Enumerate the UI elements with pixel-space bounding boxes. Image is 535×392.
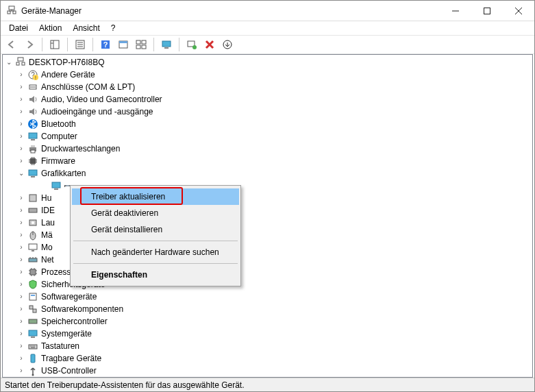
mouse-icon: [27, 230, 38, 241]
toolbar-divider: [67, 38, 68, 51]
tree-cat-grafikkarten[interactable]: ⌄ Grafikkarten: [3, 167, 532, 180]
svg-rect-11: [142, 40, 146, 44]
chevron-right-icon[interactable]: ›: [16, 317, 26, 326]
scan-hardware-button[interactable]: [184, 36, 200, 53]
close-button[interactable]: [503, 1, 534, 21]
help-button[interactable]: ?: [97, 36, 114, 53]
chevron-right-icon[interactable]: ›: [16, 255, 26, 265]
chevron-right-icon[interactable]: ›: [16, 329, 26, 339]
svg-rect-44: [32, 250, 34, 252]
chevron-right-icon[interactable]: ›: [16, 107, 26, 117]
ctx-nach-hardware-suchen[interactable]: Nach geänderter Hardware suchen: [72, 244, 239, 260]
chevron-right-icon[interactable]: ›: [16, 95, 26, 104]
chevron-right-icon[interactable]: ›: [16, 267, 26, 277]
cpu-icon: [27, 267, 38, 278]
app-icon: [6, 5, 17, 16]
tree-cat-audio-io[interactable]: › Audioeingänge und -ausgänge: [3, 106, 532, 118]
chevron-right-icon[interactable]: ›: [16, 243, 26, 252]
root-label: DESKTOP-H76I8BQ: [29, 56, 104, 69]
tree-cat-andere-geraete[interactable]: › ?! Andere Geräte: [3, 69, 532, 81]
tree-cat-bluetooth[interactable]: › Bluetooth: [3, 118, 532, 130]
tree-root[interactable]: ⌄ DESKTOP-H76I8BQ: [3, 56, 532, 69]
chevron-right-icon[interactable]: ›: [16, 119, 26, 129]
back-button[interactable]: [3, 36, 20, 53]
chevron-right-icon[interactable]: ›: [16, 218, 26, 228]
ctx-eigenschaften[interactable]: Eigenschaften: [72, 267, 239, 283]
context-menu: Treiber aktualisieren Gerät deaktivieren…: [70, 185, 241, 286]
chevron-right-icon[interactable]: ›: [16, 230, 26, 240]
ctx-item-label: Gerät deinstallieren: [91, 225, 162, 234]
menu-datei[interactable]: Datei: [3, 22, 34, 34]
cat-label: Speichercontroller: [41, 315, 108, 328]
toolbar-divider: [42, 38, 42, 51]
chevron-right-icon[interactable]: ›: [16, 354, 26, 363]
toolbar: ?: [1, 35, 534, 54]
chevron-right-icon[interactable]: ›: [16, 156, 26, 166]
ctx-geraet-deinstallieren[interactable]: Gerät deinstallieren: [72, 221, 239, 238]
ctx-item-label: Nach geänderter Hardware suchen: [91, 247, 219, 257]
svg-rect-48: [31, 295, 35, 296]
chevron-right-icon[interactable]: ›: [16, 193, 26, 203]
status-text: Startet den Treiberupdate-Assistenten fü…: [5, 380, 245, 390]
storagectl-icon: [27, 316, 38, 327]
tree-cat-computer[interactable]: › Computer: [3, 130, 532, 143]
tree-cat-softwaregeraete[interactable]: › Softwaregeräte: [3, 291, 532, 303]
view2-button[interactable]: [133, 36, 149, 53]
chevron-right-icon[interactable]: ›: [16, 366, 26, 376]
chevron-right-icon[interactable]: ›: [16, 304, 26, 314]
minimize-button[interactable]: [440, 1, 471, 21]
tree-cat-audio-video[interactable]: › Audio, Video und Gamecontroller: [3, 93, 532, 106]
tree-cat-softwarekomponenten[interactable]: › Softwarekomponenten: [3, 303, 532, 315]
keyboard-icon: [27, 341, 38, 352]
svg-text:?: ?: [103, 40, 108, 49]
chevron-right-icon[interactable]: ›: [16, 144, 26, 154]
chevron-right-icon[interactable]: ›: [16, 82, 26, 92]
chevron-right-icon[interactable]: ›: [16, 341, 26, 351]
svg-rect-28: [29, 133, 37, 138]
chevron-down-icon[interactable]: ⌄: [16, 169, 26, 178]
software-icon: [27, 291, 38, 302]
toolbar-divider: [179, 38, 179, 51]
menu-help[interactable]: ?: [105, 22, 121, 34]
menu-aktion[interactable]: Aktion: [34, 22, 67, 34]
showhide-tree-button[interactable]: [47, 36, 63, 53]
maximize-button[interactable]: [471, 1, 503, 21]
tree-cat-usb[interactable]: › USB-Controller: [3, 365, 532, 377]
tree-cat-speichercontroller[interactable]: › Speichercontroller: [3, 315, 532, 328]
usb-icon: [27, 365, 38, 376]
view1-button[interactable]: [115, 36, 132, 53]
svg-rect-37: [54, 188, 58, 190]
svg-point-41: [32, 221, 34, 224]
ctx-geraet-deaktivieren[interactable]: Gerät deaktivieren: [72, 205, 239, 221]
tree-cat-firmware[interactable]: › Firmware: [3, 155, 532, 167]
cat-label: Mo: [41, 241, 53, 254]
tree-cat-druckwarteschlangen[interactable]: › Druckwarteschlangen: [3, 143, 532, 155]
chevron-down-icon[interactable]: ⌄: [4, 58, 14, 67]
cat-label: Druckwarteschlangen: [41, 143, 120, 155]
tree-cat-tastaturen[interactable]: › Tastaturen: [3, 340, 532, 352]
chevron-right-icon[interactable]: ›: [16, 280, 26, 289]
svg-rect-20: [16, 62, 19, 65]
chevron-right-icon[interactable]: ›: [16, 132, 26, 141]
tree-cat-anschluesse[interactable]: › Anschlüsse (COM & LPT): [3, 81, 532, 93]
cat-label: Bluetooth: [41, 118, 76, 130]
svg-rect-14: [162, 41, 171, 47]
computer-icon: [15, 57, 26, 68]
chevron-right-icon[interactable]: ›: [16, 292, 26, 302]
monitor-button[interactable]: [158, 36, 175, 53]
menu-ansicht[interactable]: Ansicht: [67, 22, 105, 34]
ctx-treiber-aktualisieren[interactable]: Treiber aktualisieren: [72, 188, 239, 205]
svg-rect-35: [31, 176, 35, 177]
forward-button[interactable]: [21, 36, 38, 53]
properties-button[interactable]: [72, 36, 88, 53]
uninstall-button[interactable]: [201, 36, 218, 53]
component-icon: [27, 304, 38, 315]
chevron-right-icon[interactable]: ›: [16, 206, 26, 215]
ctx-separator: [73, 263, 238, 264]
statusbar: Startet den Treiberupdate-Assistenten fü…: [1, 378, 534, 391]
enable-button[interactable]: [219, 36, 236, 53]
svg-rect-3: [484, 8, 490, 14]
tree-cat-systemgeraete[interactable]: › Systemgeräte: [3, 328, 532, 340]
chevron-right-icon[interactable]: ›: [16, 70, 26, 79]
tree-cat-tragbare[interactable]: › Tragbare Geräte: [3, 352, 532, 365]
